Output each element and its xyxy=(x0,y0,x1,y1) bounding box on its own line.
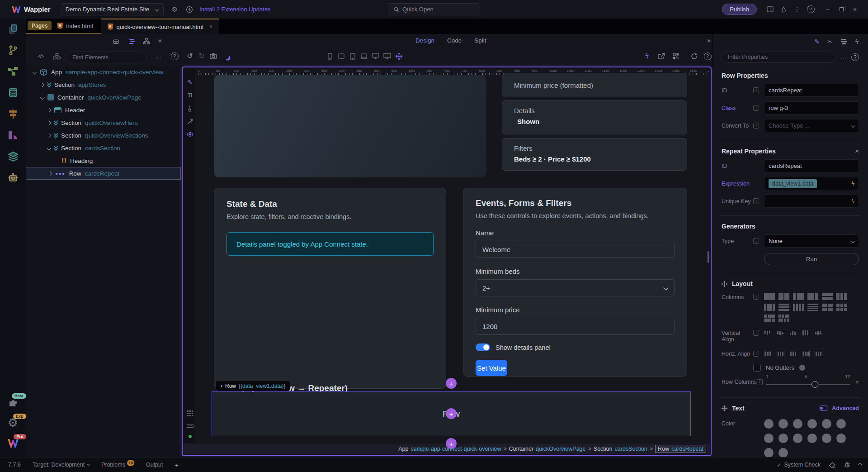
view-mode-design[interactable]: Design xyxy=(415,37,434,44)
ai-assistant-panel-icon[interactable] xyxy=(7,172,19,184)
tree-item-row-cardsrepeat[interactable]: ●●● Row cardsRepeat xyxy=(26,167,181,180)
qr-code-icon[interactable] xyxy=(671,52,681,61)
device-tv-icon[interactable] xyxy=(382,52,392,61)
expander-icon[interactable] xyxy=(47,133,52,138)
tree-item-header[interactable]: Header xyxy=(26,104,181,116)
window-minimize-button[interactable]: – xyxy=(821,6,835,13)
theme-droplet-icon[interactable] xyxy=(777,6,790,13)
name-input[interactable]: Welcome xyxy=(476,241,675,258)
output-button[interactable]: Output xyxy=(146,462,163,468)
tab-index-html[interactable]: 5 index.html xyxy=(52,23,98,29)
expander-icon[interactable] xyxy=(47,146,52,150)
help-icon[interactable]: ? xyxy=(170,52,179,61)
color-swatch[interactable] xyxy=(836,419,846,429)
info-icon[interactable]: i xyxy=(753,294,759,300)
show-details-toggle[interactable] xyxy=(476,343,490,351)
breadcrumb-current[interactable]: Row cardsRepeat xyxy=(655,445,706,453)
help-icon[interactable]: ? xyxy=(804,5,817,13)
screenshot-camera-icon[interactable] xyxy=(208,52,218,61)
row-class-input[interactable]: row g-3 xyxy=(764,101,859,114)
valign-bottom-icon[interactable] xyxy=(789,330,797,336)
dynamic-binding-bolt-icon[interactable]: ϟ xyxy=(851,198,855,205)
layers-stack-icon[interactable] xyxy=(840,38,847,44)
quick-open-search[interactable]: Quick Open xyxy=(388,3,480,15)
color-swatch[interactable] xyxy=(822,434,831,443)
device-tablet-icon[interactable] xyxy=(348,52,358,61)
app-connect-bolt-icon[interactable]: ϟ xyxy=(642,52,652,61)
database-panel-icon[interactable] xyxy=(7,86,19,99)
collapse-left-icon[interactable]: « xyxy=(155,36,165,45)
cut-scissors-icon[interactable]: ✂ xyxy=(827,38,833,45)
measure-icon[interactable] xyxy=(188,105,192,112)
redo-icon[interactable]: ↻ xyxy=(197,51,207,60)
sitemap-icon[interactable] xyxy=(142,37,151,46)
info-icon[interactable]: i xyxy=(753,330,759,336)
eyedropper-icon[interactable] xyxy=(187,118,193,125)
pages-badge[interactable]: Pages xyxy=(28,21,52,30)
color-swatch[interactable] xyxy=(778,419,788,429)
color-swatch[interactable] xyxy=(836,434,846,443)
collapse-statusbar-icon[interactable] xyxy=(858,462,863,467)
text-tool-icon[interactable]: TI xyxy=(188,91,192,99)
ai-robot-icon[interactable] xyxy=(111,37,121,46)
edit-pencil-icon[interactable]: ✎ xyxy=(814,38,820,45)
columns-option-icon[interactable] xyxy=(764,293,775,300)
info-icon[interactable]: i xyxy=(753,198,759,204)
outline-list-icon[interactable] xyxy=(127,37,137,46)
min-price-input[interactable]: 1200 xyxy=(476,318,675,335)
columns-option-icon[interactable] xyxy=(836,304,847,311)
tree-item-container[interactable]: Container quickOverviewPage xyxy=(26,91,181,104)
ruler-toggle-icon[interactable] xyxy=(187,422,193,429)
device-square-icon[interactable] xyxy=(336,52,346,61)
slider-track[interactable] xyxy=(766,384,850,385)
bug-icon[interactable] xyxy=(844,462,850,468)
no-gutters-checkbox[interactable] xyxy=(753,364,761,372)
settings-gear-icon[interactable]: ⚙ xyxy=(172,5,178,14)
window-close-button[interactable]: × xyxy=(848,6,862,13)
add-element-inside-button[interactable]: + xyxy=(446,408,457,419)
columns-option-icon[interactable] xyxy=(778,293,789,300)
info-icon[interactable]: i xyxy=(753,105,759,111)
generator-type-select[interactable]: None xyxy=(764,234,859,248)
help-icon[interactable]: ? xyxy=(851,53,859,61)
layers-panel-icon[interactable] xyxy=(7,150,19,162)
tree-item-section-sections[interactable]: Section quickOverviewSections xyxy=(26,129,181,142)
breadcrumb-type[interactable]: App xyxy=(398,446,408,452)
convert-to-select[interactable]: Choose Type ... xyxy=(764,119,859,132)
publish-button[interactable]: Publish xyxy=(722,4,757,15)
valign-baseline-icon[interactable] xyxy=(815,330,822,336)
canvas-scrollbar-thumb[interactable] xyxy=(708,251,709,263)
info-icon[interactable]: i xyxy=(753,123,759,129)
expander-icon[interactable] xyxy=(40,82,45,87)
tab-quick-overview-tour-manual[interactable]: 5 quick-overview--tour-manual.html × xyxy=(101,19,219,34)
more-options-icon[interactable]: … xyxy=(154,52,164,61)
valign-stretch-icon[interactable] xyxy=(802,330,810,336)
device-phone-icon[interactable] xyxy=(325,52,335,61)
edit-pencil-icon[interactable]: ✎ xyxy=(188,78,193,86)
tree-item-section-cards[interactable]: Section cardsSection xyxy=(26,142,181,154)
experimental-settings-icon[interactable]: ⚙ Exp xyxy=(6,416,20,429)
tree-item-section-appstores[interactable]: Section appStores xyxy=(26,78,181,91)
columns-option-icon[interactable] xyxy=(764,315,775,322)
filter-properties-input[interactable] xyxy=(722,52,836,63)
expand-right-icon[interactable]: » xyxy=(704,36,714,45)
add-element-above-button[interactable]: + xyxy=(446,378,457,389)
columns-option-icon[interactable] xyxy=(778,315,789,322)
row-selection-tag[interactable]: ‹ Row {{data_view1.data}} xyxy=(216,381,290,391)
expander-icon[interactable] xyxy=(33,70,37,74)
tree-item-app[interactable]: App sample-app-connect-quick-overview xyxy=(26,66,181,78)
design-panel-icon[interactable] xyxy=(7,129,19,141)
color-swatch[interactable] xyxy=(807,419,817,429)
expander-icon[interactable] xyxy=(48,171,52,176)
add-element-below-button[interactable]: + xyxy=(446,438,457,449)
dynamic-bolt-icon[interactable]: ϟ xyxy=(855,38,859,45)
device-laptop-icon[interactable] xyxy=(359,52,369,61)
beta-extensions-icon[interactable]: Beta xyxy=(6,396,20,409)
window-restore-button[interactable] xyxy=(835,7,848,11)
row-id-input[interactable]: cardsRepeat xyxy=(764,84,859,97)
halign-start-icon[interactable] xyxy=(764,351,772,357)
columns-option-icon[interactable] xyxy=(793,293,804,300)
tree-item-heading[interactable]: H Heading xyxy=(26,154,181,167)
color-swatch[interactable] xyxy=(778,434,788,443)
extension-updates-icon[interactable] xyxy=(186,6,193,13)
